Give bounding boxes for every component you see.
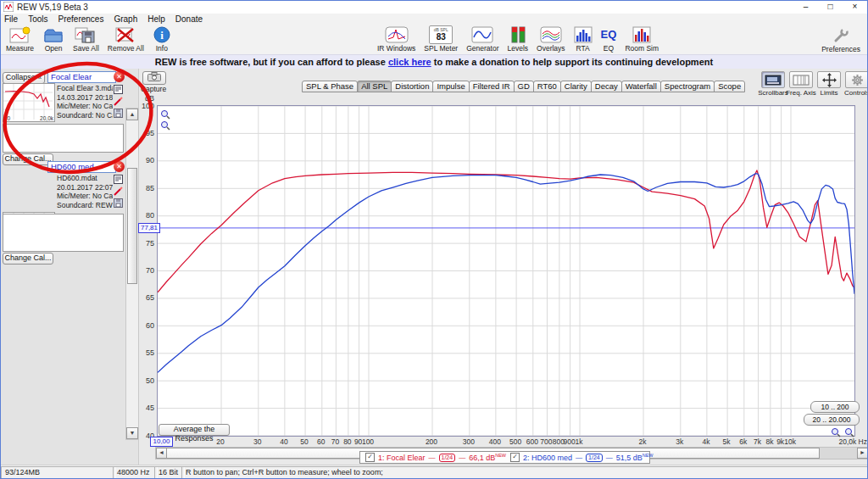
graph-view-buttons: ScrollbarsFreq. AxisLimitsControls (760, 71, 868, 97)
sample-rate-status: 48000 Hz (113, 466, 158, 479)
legend-checkbox[interactable]: ✓ (510, 453, 520, 462)
legend-value: 66,1 dBNEW (469, 453, 506, 462)
banner-text-after: to make a donation to help support its c… (431, 57, 713, 67)
measurement-mic-cal: Mic/Meter: No Cal (57, 102, 113, 111)
trim-icon[interactable] (114, 97, 123, 106)
tab-clarity[interactable]: Clarity (560, 81, 592, 92)
x-tick-label: 2k (626, 437, 659, 446)
tab-filtered-ir[interactable]: Filtered IR (469, 81, 515, 92)
smoothing-badge[interactable]: 1/24 (586, 454, 603, 462)
wrench-icon (832, 26, 849, 45)
menu-donate[interactable]: Donate (170, 14, 208, 25)
eq-button[interactable]: EQEQ (597, 25, 621, 53)
save-all-icon (75, 25, 97, 44)
measurement-notes[interactable] (3, 124, 124, 153)
measurement-notes[interactable] (3, 214, 124, 252)
measure-button[interactable]: Measure (2, 25, 38, 53)
menu-preferences[interactable]: Preferences (53, 14, 108, 25)
tab-impulse[interactable]: Impulse (432, 81, 469, 92)
overlays-button[interactable]: Overlays (532, 25, 570, 53)
scroll-down-icon[interactable]: ▼ (126, 427, 138, 439)
svg-text:i: i (160, 29, 164, 42)
generator-button[interactable]: Generator (462, 25, 503, 53)
room-sim-button[interactable]: Room Sim (620, 25, 663, 53)
close-button[interactable]: × (843, 0, 867, 14)
overlays-icon (540, 25, 562, 44)
tab-waterfall[interactable]: Waterfall (621, 81, 661, 92)
trim-icon[interactable] (114, 187, 123, 196)
smoothing-badge[interactable]: 1/24 (439, 454, 456, 462)
tab-distortion[interactable]: Distortion (391, 81, 433, 92)
y-tick-label: 65 (137, 293, 154, 302)
limits-button[interactable]: Limits (816, 71, 842, 97)
measure-icon (9, 25, 31, 44)
average-responses-button[interactable]: Average the Responses (159, 424, 230, 436)
tab-rt60[interactable]: RT60 (533, 81, 561, 92)
change-cal-button[interactable]: Change Cal... (3, 253, 53, 265)
tab-gd[interactable]: GD (514, 81, 534, 92)
tab-scope[interactable]: Scope (714, 81, 745, 92)
scrollbar-thumb[interactable] (127, 168, 137, 284)
notes-icon[interactable] (114, 175, 123, 184)
tab-spl-phase[interactable]: SPL & Phase (302, 81, 358, 92)
y-cursor-value: 77,81 (138, 223, 160, 233)
menu-file[interactable]: File (0, 14, 23, 25)
scroll-right-icon[interactable]: ► (857, 448, 868, 459)
delete-measurement-icon[interactable]: ✕ (114, 161, 125, 172)
zoom-out-y-icon[interactable] (160, 119, 170, 134)
rta-button[interactable]: RTA (570, 25, 597, 53)
measurement-datetime: 20.01.2017 22:07:39 (57, 183, 113, 192)
hint-status: R button to pan; Ctrl+R button to measur… (181, 466, 868, 479)
menu-tools[interactable]: Tools (23, 14, 53, 25)
notes-icon[interactable] (114, 85, 123, 94)
y-tick-label: 50 (137, 376, 154, 385)
y-tick-label: 75 (137, 239, 154, 248)
range-20-20000-button[interactable]: 20 .. 20.000 (804, 414, 860, 426)
legend-checkbox[interactable]: ✓ (365, 453, 375, 462)
minimize-button[interactable]: – (793, 0, 818, 14)
collapse-button[interactable]: Collapse « (3, 72, 45, 84)
measurement-name-input[interactable]: HD600 med (47, 161, 116, 173)
legend-line: — (429, 454, 436, 461)
open-button[interactable]: Open (38, 25, 69, 53)
tab-spectrogram[interactable]: Spectrogram (660, 81, 715, 92)
scrollbars-icon (761, 71, 785, 88)
tab-all-spl[interactable]: All SPL (357, 81, 392, 92)
donation-link[interactable]: click here (388, 57, 431, 67)
legend-label: 2: HD600 med (523, 454, 572, 462)
y-tick-label: 70 (137, 266, 154, 275)
freq-axis-button[interactable]: Freq. Axis (788, 71, 814, 97)
delete-measurement-icon[interactable]: ✕ (114, 71, 125, 82)
measurement-name-input[interactable]: Focal Elear (47, 71, 116, 83)
levels-button[interactable]: Levels (503, 25, 532, 53)
menu-help[interactable]: Help (142, 14, 170, 25)
zoom-out-x-icon[interactable] (844, 426, 854, 441)
menu-graph[interactable]: Graph (108, 14, 142, 25)
preferences-button[interactable]: Preferences (817, 25, 865, 54)
legend-line: — (576, 454, 582, 461)
spl-meter-button[interactable]: dB SPL83SPL Meter (420, 25, 462, 53)
toolbar-label: Open (45, 44, 63, 53)
controls-button[interactable]: Controls (844, 71, 868, 97)
save-measurement-icon[interactable] (114, 198, 123, 208)
info-button[interactable]: iInfo (148, 25, 175, 53)
spl-plot[interactable] (157, 105, 855, 437)
toolbar-label: Remove All (108, 44, 144, 53)
change-cal-button[interactable]: Change Cal... (3, 153, 53, 165)
capture-button[interactable] (142, 71, 166, 85)
maximize-button[interactable]: □ (818, 0, 843, 14)
tab-decay[interactable]: Decay (591, 81, 622, 92)
remove-all-button[interactable]: Remove All (103, 25, 148, 53)
toolbar-label: RTA (576, 44, 589, 53)
scrollbars-button[interactable]: Scrollbars (760, 71, 786, 97)
generator-icon (471, 25, 493, 44)
toolbar-label: SPL Meter (424, 44, 458, 53)
toolbar: MeasureOpenSave AllRemove AlliInfo IR Wi… (0, 25, 868, 54)
ir-windows-button[interactable]: IR Windows (373, 25, 420, 53)
range-10-200-button[interactable]: 10 .. 200 (810, 401, 860, 413)
measurement-thumbnail[interactable]: 20 20,0k (3, 83, 55, 122)
zoom-in-x-icon[interactable] (831, 426, 841, 441)
scroll-up-icon[interactable]: ▲ (126, 109, 138, 120)
save-all-button[interactable]: Save All (69, 25, 103, 53)
save-measurement-icon[interactable] (114, 109, 123, 118)
